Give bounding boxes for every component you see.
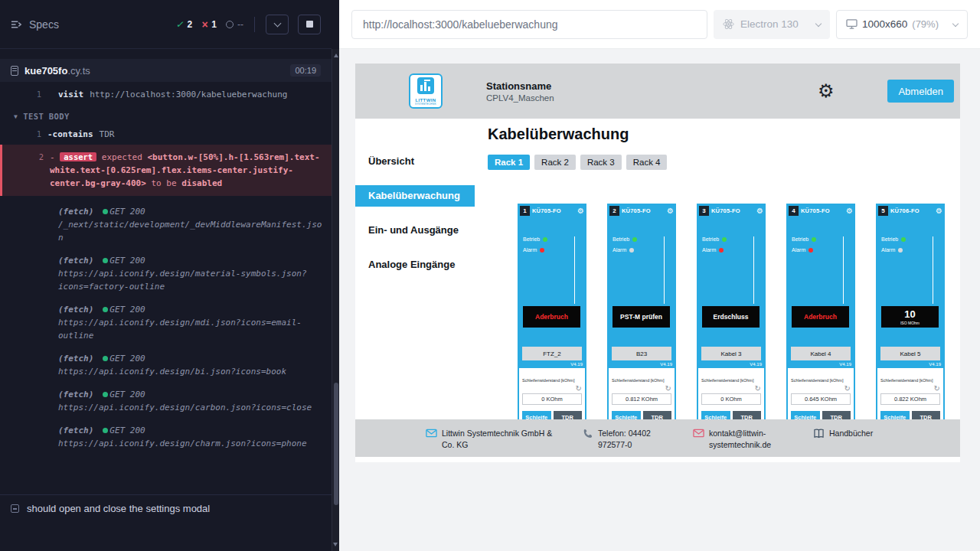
settings-gear-icon[interactable]: ⚙ bbox=[818, 82, 835, 100]
refresh-icon[interactable]: ↻ bbox=[755, 385, 761, 393]
assert-badge: assert bbox=[60, 152, 96, 161]
divider bbox=[574, 236, 575, 304]
firmware-version: V4.19 bbox=[929, 362, 941, 367]
next-test-title: should open and close the settings modal bbox=[27, 503, 210, 514]
command-arg: http://localhost:3000/kabelueberwachung bbox=[90, 90, 287, 99]
resistance-label: Schleifenwiderstand [kOhm] bbox=[880, 378, 940, 383]
url-input[interactable]: http://localhost:3000/kabelueberwachung bbox=[351, 10, 707, 39]
app-footer: Littwin Systemtechnik GmbH & Co. KG Tele… bbox=[355, 419, 960, 457]
green-led-icon bbox=[901, 237, 906, 242]
status-display: Aderbruch bbox=[523, 306, 580, 328]
assert-message: - assert expected <button.w-[50%].h-[1.5… bbox=[50, 151, 322, 190]
status-display: Erdschluss bbox=[702, 306, 760, 328]
divider bbox=[664, 236, 665, 304]
browser-selector[interactable]: Electron 130 bbox=[714, 10, 830, 39]
card-number: 2 bbox=[609, 206, 619, 216]
network-log-entry: (fetch)GET 200 https://api.iconify.desig… bbox=[58, 303, 322, 342]
tab-rack-1[interactable]: Rack 1 bbox=[488, 155, 530, 170]
request-url: https://api.iconify.design/charm.json?ic… bbox=[58, 437, 322, 450]
card-number: 4 bbox=[789, 206, 799, 216]
next-test-row[interactable]: should open and close the settings modal bbox=[0, 494, 332, 522]
spec-file-name: kue705fo.cy.ts bbox=[24, 65, 90, 77]
specs-list-icon bbox=[11, 20, 22, 29]
status-dot bbox=[103, 356, 108, 361]
refresh-icon[interactable]: ↻ bbox=[665, 385, 671, 393]
request-url: https://api.iconify.design/material-symb… bbox=[58, 267, 322, 293]
specs-label: Specs bbox=[29, 18, 59, 31]
command-name: visit bbox=[58, 90, 83, 99]
refresh-icon[interactable]: ↻ bbox=[934, 385, 940, 393]
status-dot bbox=[103, 209, 108, 214]
status-display: Aderbruch bbox=[792, 306, 849, 328]
request-url: https://api.iconify.design/carbon.json?i… bbox=[58, 401, 322, 414]
scrollbar-thumb[interactable] bbox=[334, 383, 338, 505]
station-info: Stationsname CPLV4_Maschen bbox=[486, 80, 554, 103]
spec-file-icon bbox=[11, 66, 18, 76]
tab-rack-3[interactable]: Rack 3 bbox=[580, 155, 622, 170]
chevron-down-icon bbox=[815, 20, 822, 26]
cable-name: B23 bbox=[612, 347, 671, 360]
email-icon bbox=[693, 429, 704, 438]
assert-error-row[interactable]: 2 - assert expected <button.w-[50%].h-[1… bbox=[0, 145, 332, 196]
command-log: 1 visithttp://localhost:3000/kabelueberw… bbox=[0, 82, 332, 450]
card-title: KÜ705-FO bbox=[622, 207, 665, 214]
card-gear-icon[interactable]: ⚙ bbox=[756, 207, 763, 215]
card-title: KÜ705-FO bbox=[711, 207, 754, 214]
reporter-scrollbar[interactable] bbox=[332, 49, 339, 551]
viewport-size: 1000x660 bbox=[862, 18, 907, 30]
line-number: 2 bbox=[2, 151, 50, 190]
logout-button[interactable]: Abmelden bbox=[887, 80, 954, 103]
section-chevron-icon: ▼ bbox=[14, 110, 18, 123]
status-display: 10ISO MOhm bbox=[881, 306, 939, 328]
green-led-icon bbox=[543, 237, 547, 242]
reporter-header: Specs ✓2 ×1 -- bbox=[0, 0, 332, 49]
network-log-entry: (fetch)GET 200 https://api.iconify.desig… bbox=[58, 424, 322, 450]
sidebar-item-uebersicht[interactable]: Übersicht bbox=[355, 151, 475, 172]
card-title: KÜ705-FO bbox=[801, 207, 844, 214]
stop-run-button[interactable] bbox=[298, 15, 321, 34]
cable-card-4: 4KÜ705-FO⚙ Betrieb Alarm Aderbruch Kabel… bbox=[786, 204, 855, 429]
tab-rack-2[interactable]: Rack 2 bbox=[534, 155, 576, 170]
sidebar-item-ein-und-ausgaenge[interactable]: Ein- und Ausgänge bbox=[355, 220, 475, 241]
pending-count: -- bbox=[237, 19, 243, 30]
card-gear-icon[interactable]: ⚙ bbox=[667, 207, 674, 215]
card-number: 5 bbox=[878, 206, 888, 216]
pending-stat: -- bbox=[226, 19, 243, 30]
sidebar-item-analoge-eingaenge[interactable]: Analoge Eingänge bbox=[355, 254, 475, 276]
footer-email[interactable]: kontakt@littwin-systemtechnik.de bbox=[693, 428, 795, 450]
refresh-icon[interactable]: ↻ bbox=[844, 385, 851, 393]
viewport-zoom: (79%) bbox=[912, 18, 939, 30]
refresh-icon[interactable]: ↻ bbox=[576, 385, 582, 393]
firmware-version: V4.19 bbox=[570, 362, 583, 367]
cable-card-5: 5KÜ706-FO⚙ Betrieb Alarm 10ISO MOhm Kabe… bbox=[876, 204, 945, 429]
betrieb-led: Betrieb bbox=[697, 236, 766, 242]
card-gear-icon[interactable]: ⚙ bbox=[846, 207, 853, 215]
test-stats: ✓2 ×1 -- bbox=[175, 15, 321, 34]
scroll-down-arrow[interactable] bbox=[333, 543, 338, 546]
card-gear-icon[interactable]: ⚙ bbox=[577, 207, 584, 215]
cable-name: Kabel 3 bbox=[701, 347, 761, 360]
resistance-label: Schleifenwiderstand [kOhm] bbox=[791, 378, 851, 383]
request-url: https://api.iconify.design/mdi.json?icon… bbox=[58, 316, 322, 342]
footer-company: Littwin Systemtechnik GmbH & Co. KG bbox=[426, 428, 564, 450]
spec-file-row[interactable]: kue705fo.cy.ts 00:19 bbox=[0, 59, 332, 82]
specs-menu[interactable]: Specs bbox=[11, 18, 59, 31]
card-gear-icon[interactable]: ⚙ bbox=[936, 207, 942, 215]
scroll-up-arrow[interactable] bbox=[334, 54, 338, 57]
station-name: CPLV4_Maschen bbox=[486, 93, 554, 103]
sidebar-item-kabelueberwachung[interactable]: Kabelüberwachung bbox=[355, 185, 475, 207]
test-body-section[interactable]: ▼ TEST BODY bbox=[0, 101, 332, 128]
cross-icon: × bbox=[201, 19, 207, 30]
network-log-entry: (fetch)GET 200 https://api.iconify.desig… bbox=[58, 388, 322, 414]
stop-icon bbox=[306, 21, 313, 28]
command-name: -contains bbox=[47, 129, 93, 139]
alarm-led: Alarm bbox=[697, 247, 766, 253]
tab-rack-4[interactable]: Rack 4 bbox=[626, 155, 668, 170]
resistance-label: Schleifenwiderstand [kOhm] bbox=[701, 378, 761, 383]
resistance-value: 0.812 KOhm bbox=[612, 393, 671, 405]
viewport-selector[interactable]: 1000x660 (79%) bbox=[836, 10, 968, 39]
collapse-runs-button[interactable] bbox=[266, 15, 289, 34]
line-number: 1 bbox=[0, 88, 47, 101]
footer-manuals[interactable]: Handbücher bbox=[813, 428, 873, 439]
betrieb-led: Betrieb bbox=[518, 236, 586, 242]
